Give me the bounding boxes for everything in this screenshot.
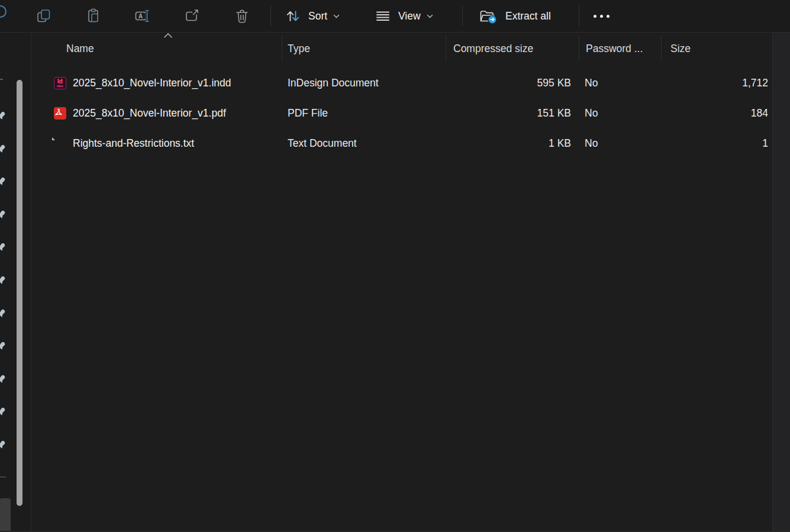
file-password-protected: No [585,128,598,159]
pin-icon [0,309,5,320]
toolbar-separator [462,5,463,27]
pin-icon [0,112,5,122]
file-type: PDF File [288,98,328,128]
file-compressed-size: 151 KB [453,98,571,128]
pin-icon [0,211,5,221]
rename-button[interactable]: A [134,0,151,32]
tree-item-fragment [0,476,6,478]
sort-ascending-caret-icon [163,33,173,38]
column-edge-divider [772,33,773,532]
file-row[interactable]: 2025_8x10_Novel-Interior_v1.pdf PDF File… [31,98,772,128]
file-type: Text Document [288,128,357,159]
file-compressed-size: 1 KB [453,128,571,159]
pin-icon [0,243,5,253]
file-size: 1,712 [663,68,768,98]
copy-icon [36,8,52,24]
file-row[interactable]: IdINDD 2025_8x10_Novel-Interior_v1.indd … [31,68,772,98]
pin-icon [0,342,5,352]
pin-icon [0,408,5,418]
toolbar-separator [270,5,271,27]
tree-item-fragment [0,79,3,80]
ellipsis-icon [594,15,610,18]
copy-button[interactable] [36,0,52,32]
column-header-size[interactable]: Size [670,37,691,60]
view-button-label: View [398,10,421,22]
pin-icon [0,178,5,188]
nav-item-fragment [0,498,11,532]
indesign-file-icon: IdINDD [54,77,66,89]
see-more-button[interactable] [594,0,610,32]
file-password-protected: No [585,68,598,98]
file-size: 184 [663,98,768,128]
file-name: 2025_8x10_Novel-Interior_v1.indd [73,68,231,98]
delete-button[interactable] [234,0,250,32]
toolbar-separator [579,5,579,27]
extract-all-icon [479,8,497,24]
share-icon [184,8,201,24]
view-button[interactable]: View [375,0,434,32]
vertical-scrollbar-track[interactable] [773,33,790,532]
chevron-down-icon [333,12,340,20]
file-row[interactable]: Rights-and-Restrictions.txt Text Documen… [31,128,772,159]
chevron-down-icon [426,12,434,20]
column-header-compressed-size[interactable]: Compressed size [453,37,533,60]
column-header-type[interactable]: Type [288,37,310,60]
sort-button[interactable]: Sort [285,0,340,32]
pin-icon [0,145,5,155]
extract-all-button[interactable]: Extract all [479,0,551,32]
column-resize-handle[interactable] [579,36,579,62]
pdf-file-icon [54,107,66,120]
file-compressed-size: 595 KB [453,68,571,98]
acrobat-glyph [54,107,66,120]
delete-icon [234,8,250,24]
sort-icon [285,8,301,24]
file-name: 2025_8x10_Novel-Interior_v1.pdf [73,98,226,128]
sort-button-label: Sort [308,10,327,22]
column-header-password[interactable]: Password ... [586,37,643,60]
paste-icon [85,8,102,24]
paste-button[interactable] [85,0,102,32]
column-resize-handle[interactable] [282,36,282,62]
column-resize-handle[interactable] [446,36,446,62]
rename-icon: A [134,8,151,24]
pin-icon [0,375,5,385]
scissors-icon[interactable] [0,5,7,18]
file-password-protected: No [585,98,598,128]
extract-all-label: Extract all [505,10,551,22]
file-name: Rights-and-Restrictions.txt [73,128,194,159]
share-button[interactable] [184,0,201,32]
file-explorer-zip-window: A Sort [0,0,790,532]
view-icon [375,8,391,24]
svg-text:A: A [138,13,143,20]
column-resize-handle[interactable] [661,36,662,62]
file-type: InDesign Document [288,68,379,98]
nav-scrollbar-thumb[interactable] [17,80,22,506]
command-bar: A Sort [0,0,790,33]
pin-icon [0,276,5,286]
column-header-name[interactable]: Name [66,37,94,60]
pin-icon [0,441,5,451]
file-size: 1 [663,128,768,159]
